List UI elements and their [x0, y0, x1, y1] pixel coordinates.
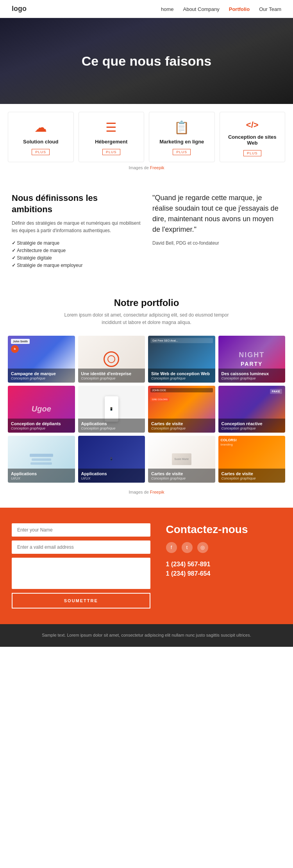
- contact-form: SOUMETTRE: [12, 523, 150, 608]
- services-section: ☁ Solution cloud PLUS ☰ Hébergement PLUS…: [0, 104, 293, 177]
- name-input[interactable]: [12, 523, 150, 537]
- about-list-item: Architecture de marque: [12, 248, 141, 253]
- portfolio-item-7[interactable]: JOHN DOE GRE COLORS Cartes de visite Con…: [148, 386, 215, 433]
- about-list-item: Stratégie de marque: [12, 240, 141, 246]
- contact-title: Contactez-nous: [166, 523, 281, 536]
- portfolio-item-11[interactable]: Susie Marie Cartes de visite Conception …: [148, 436, 215, 483]
- portfolio-caption-3: Site Web de conception Web Conception gr…: [148, 369, 215, 383]
- service-plus-hebergement[interactable]: PLUS: [102, 149, 120, 155]
- portfolio-caption-7: Cartes de visite Conception graphique: [148, 419, 215, 433]
- hero-title: Ce que nous faisons: [82, 54, 212, 69]
- portfolio-item-4[interactable]: NIGHT PARTY Des caissons lumineux Concep…: [218, 336, 286, 383]
- portfolio-section: Notre portfolio Lorem ipsum dolor sit am…: [0, 286, 293, 508]
- portfolio-item-2[interactable]: Une identité d'entreprise Conception gra…: [78, 336, 145, 383]
- portfolio-item-10[interactable]: 📱 Applications UI/UX: [78, 436, 145, 483]
- contact-section: SOUMETTRE Contactez-nous f t ◎ 1 (234) 5…: [0, 508, 293, 624]
- quote-text: "Quand je regarde cette marque, je réali…: [152, 193, 281, 235]
- services-credit: Images de Freepik: [8, 162, 285, 173]
- portfolio-caption-11: Cartes de visite Conception graphique: [148, 469, 215, 483]
- portfolio-item-5[interactable]: Ugoe Conception de dépliants Conception …: [8, 386, 75, 433]
- quote-author: David Bell, PDG et co-fondateur: [152, 240, 281, 246]
- portfolio-caption-4: Des caissons lumineux Conception graphiq…: [218, 369, 286, 383]
- portfolio-caption-9: Applications UI/UX: [8, 469, 75, 483]
- service-card-hebergement: ☰ Hébergement PLUS: [79, 112, 145, 162]
- portfolio-item-1[interactable]: John Smith b Campagne de marque Concepti…: [8, 336, 75, 383]
- web-icon: </>: [225, 120, 280, 130]
- portfolio-caption-5: Conception de dépliants Conception graph…: [8, 419, 75, 433]
- facebook-icon[interactable]: f: [166, 542, 177, 553]
- service-card-marketing: 📋 Marketing en ligne PLUS: [149, 112, 215, 162]
- portfolio-caption-8: Conception réactive Conception graphique: [218, 419, 286, 433]
- submit-button[interactable]: SOUMETTRE: [12, 593, 150, 608]
- service-plus-cloud[interactable]: PLUS: [32, 149, 50, 155]
- navbar: logo home About Company Portfolio Our Te…: [0, 0, 293, 18]
- instagram-icon[interactable]: ◎: [197, 542, 208, 553]
- contact-info: Contactez-nous f t ◎ 1 (234) 567-891 1 (…: [166, 523, 281, 608]
- service-title-cloud: Solution cloud: [13, 139, 69, 145]
- logo: logo: [12, 5, 27, 13]
- about-section: Nous définissons les ambitions Définir d…: [0, 177, 293, 286]
- social-icons: f t ◎: [166, 542, 281, 553]
- nav-item-portfolio[interactable]: Portfolio: [229, 5, 250, 13]
- portfolio-credit: Images de Freepik: [8, 487, 285, 498]
- about-list-item: Stratégie de marque employeur: [12, 263, 141, 268]
- phone-2: 1 (234) 987-654: [166, 570, 281, 577]
- about-list-item: Stratégie digitale: [12, 255, 141, 261]
- services-grid: ☁ Solution cloud PLUS ☰ Hébergement PLUS…: [8, 104, 285, 162]
- phone-1: 1 (234) 567-891: [166, 561, 281, 568]
- email-input[interactable]: [12, 540, 150, 554]
- service-plus-marketing[interactable]: PLUS: [173, 149, 191, 155]
- portfolio-item-3[interactable]: Get Free SEO Anal... Site Web de concept…: [148, 336, 215, 383]
- about-right: "Quand je regarde cette marque, je réali…: [152, 193, 281, 270]
- portfolio-caption-2: Une identité d'entreprise Conception gra…: [78, 369, 145, 383]
- portfolio-item-6[interactable]: 📱 Applications Conception graphique: [78, 386, 145, 433]
- footer-text: Sample text. Lorem ipsum dolor sit amet,…: [12, 632, 281, 639]
- portfolio-caption-6: Applications Conception graphique: [78, 419, 145, 433]
- portfolio-title: Notre portfolio: [8, 297, 285, 308]
- footer: Sample text. Lorem ipsum dolor sit amet,…: [0, 624, 293, 647]
- service-title-web: Conception de sites Web: [225, 134, 280, 146]
- service-title-marketing: Marketing en ligne: [154, 139, 210, 145]
- cloud-icon: ☁: [13, 120, 69, 135]
- nav-item-home[interactable]: home: [161, 5, 174, 13]
- portfolio-caption-1: Campagne de marque Conception graphique: [8, 369, 75, 383]
- marketing-icon: 📋: [154, 120, 210, 135]
- portfolio-item-8[interactable]: FAKE Conception réactive Conception grap…: [218, 386, 286, 433]
- portfolio-caption-12: Cartes de visite Conception graphique: [218, 469, 286, 483]
- about-list: Stratégie de marque Architecture de marq…: [12, 240, 141, 268]
- about-title: Nous définissons les ambitions: [12, 193, 141, 215]
- portfolio-item-9[interactable]: Applications UI/UX: [8, 436, 75, 483]
- nav-item-team[interactable]: Our Team: [259, 5, 281, 13]
- hero-section: Ce que nous faisons: [0, 18, 293, 104]
- portfolio-caption-10: Applications UI/UX: [78, 469, 145, 483]
- service-title-hebergement: Hébergement: [84, 139, 139, 145]
- about-description: Définir des stratégies de marque et numé…: [12, 220, 141, 234]
- twitter-icon[interactable]: t: [182, 542, 193, 553]
- nav-links: home About Company Portfolio Our Team: [161, 5, 281, 13]
- nav-item-about[interactable]: About Company: [183, 5, 219, 13]
- message-input[interactable]: [12, 558, 150, 589]
- service-plus-web[interactable]: PLUS: [243, 150, 261, 156]
- about-left: Nous définissons les ambitions Définir d…: [12, 193, 141, 270]
- portfolio-grid: John Smith b Campagne de marque Concepti…: [8, 336, 285, 483]
- service-card-cloud: ☁ Solution cloud PLUS: [8, 112, 74, 162]
- service-card-web: </> Conception de sites Web PLUS: [220, 112, 286, 162]
- hebergement-icon: ☰: [84, 120, 139, 135]
- portfolio-item-12[interactable]: COLORS! branding Cartes de visite Concep…: [218, 436, 286, 483]
- portfolio-subtitle: Lorem ipsum dolor sit amet, consectetur …: [8, 311, 285, 326]
